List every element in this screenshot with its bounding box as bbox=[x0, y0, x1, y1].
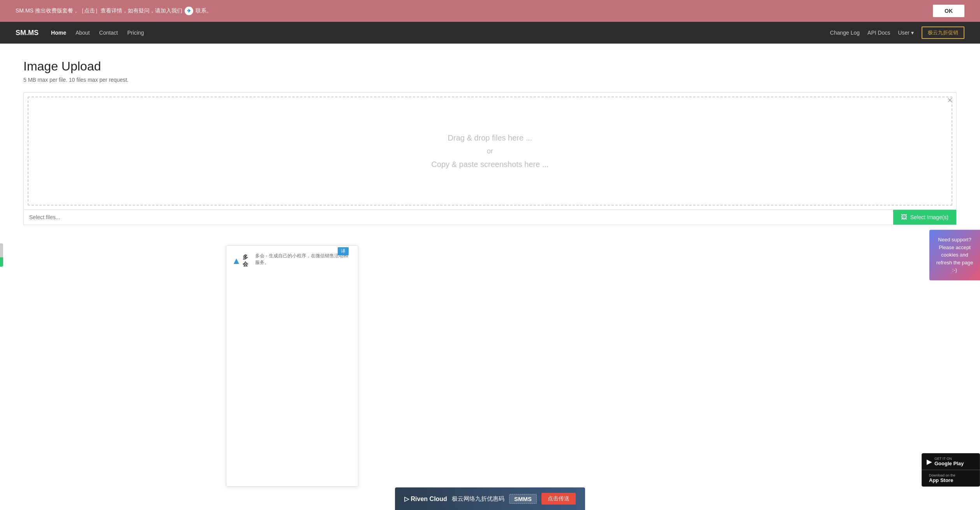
drop-or-text: or bbox=[487, 147, 493, 155]
upload-container: ✕ Drag & drop files here ... or Copy & p… bbox=[23, 92, 957, 210]
top-banner: SM.MS 推出收费版套餐，［点击］查看详情，如有疑问，请加入我们 ✈ 联系。 … bbox=[0, 0, 980, 22]
ad-arrow-icon: ▲ bbox=[232, 255, 241, 266]
promo-brand: ▷ Riven Cloud bbox=[404, 495, 447, 503]
banner-text: SM.MS 推出收费版套餐，［点击］查看详情，如有疑问，请加入我们 ✈ 联系。 bbox=[16, 7, 212, 15]
brand-logo: SM.MS bbox=[16, 29, 39, 37]
select-images-button[interactable]: 🖼 Select Image(s) bbox=[893, 210, 956, 225]
bottom-promo-bar: ▷ Riven Cloud 极云网络九折优惠码 SMMS 点击传送 bbox=[395, 487, 585, 510]
apple-main: App Store bbox=[929, 477, 955, 483]
main-content: Image Upload 5 MB max per file. 10 files… bbox=[0, 44, 980, 510]
nav-pricing[interactable]: Pricing bbox=[127, 28, 145, 37]
apple-store-badge[interactable]: Download on the App Store bbox=[922, 470, 980, 487]
support-widget: Need support? Please accept cookies and … bbox=[929, 230, 980, 280]
navbar-links: Home About Contact Pricing bbox=[50, 28, 145, 37]
translate-badge: 译 bbox=[338, 247, 349, 255]
file-path-input[interactable] bbox=[24, 210, 893, 225]
google-play-sub: GET IT ON bbox=[934, 457, 964, 461]
upload-close-button[interactable]: ✕ bbox=[947, 97, 952, 104]
navbar-left: SM.MS Home About Contact Pricing bbox=[16, 28, 145, 37]
chevron-down-icon: ▾ bbox=[911, 30, 914, 36]
navbar: SM.MS Home About Contact Pricing Change … bbox=[0, 22, 980, 44]
promo-code: SMMS bbox=[509, 494, 537, 504]
banner-message: SM.MS 推出收费版套餐，［点击］查看详情，如有疑问，请加入我们 bbox=[16, 7, 182, 14]
google-play-icon: ▶ bbox=[927, 457, 932, 466]
ok-button[interactable]: OK bbox=[933, 5, 964, 17]
user-dropdown[interactable]: User ▾ bbox=[898, 30, 914, 36]
navbar-right: Change Log API Docs User ▾ 极云九折促销 bbox=[830, 26, 964, 39]
app-badges: ▶ GET IT ON Google Play Download on the … bbox=[922, 453, 980, 487]
banner-suffix: 联系。 bbox=[196, 7, 212, 14]
page-title: Image Upload bbox=[23, 59, 957, 74]
api-docs-link[interactable]: API Docs bbox=[867, 30, 890, 36]
paste-text: Copy & paste screenshots here ... bbox=[431, 160, 548, 169]
nav-home[interactable]: Home bbox=[50, 28, 67, 37]
drag-drop-text: Drag & drop files here ... bbox=[448, 134, 532, 142]
page-subtitle: 5 MB max per file. 10 files max per requ… bbox=[23, 77, 957, 83]
changelog-link[interactable]: Change Log bbox=[830, 30, 860, 36]
telegram-icon: ✈ bbox=[185, 7, 193, 15]
image-icon: 🖼 bbox=[901, 214, 907, 221]
nav-about[interactable]: About bbox=[75, 28, 91, 37]
ad-popup-icon: ▲ 多会 bbox=[232, 251, 251, 271]
nav-contact[interactable]: Contact bbox=[99, 28, 119, 37]
left-indicator bbox=[0, 243, 3, 267]
google-play-main: Google Play bbox=[934, 461, 964, 466]
apple-sub: Download on the bbox=[929, 473, 955, 477]
drop-zone[interactable]: Drag & drop files here ... or Copy & pas… bbox=[28, 97, 952, 206]
google-play-badge[interactable]: ▶ GET IT ON Google Play bbox=[922, 453, 980, 470]
promo-text: 极云网络九折优惠码 bbox=[452, 495, 504, 503]
promo-button[interactable]: 极云九折促销 bbox=[922, 26, 964, 39]
ad-popup: 译 ▲ 多会 多会 - 生成自己的小程序，在微信销售活动和服务。 bbox=[226, 245, 358, 487]
file-input-row: 🖼 Select Image(s) bbox=[23, 210, 957, 225]
promo-cta-button[interactable]: 点击传送 bbox=[541, 493, 576, 505]
support-text: Need support? Please accept cookies and … bbox=[936, 237, 973, 273]
